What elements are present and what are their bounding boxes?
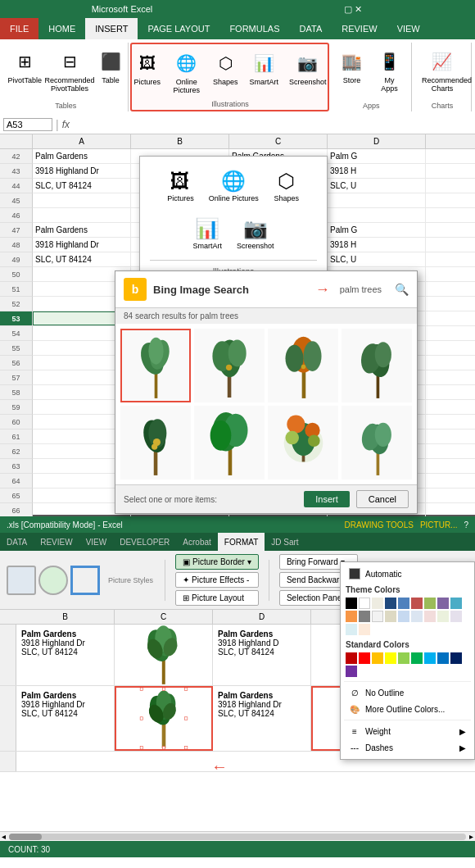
color-swatch-orange[interactable]	[346, 611, 357, 622]
cell-a45[interactable]	[33, 193, 131, 207]
picture-style-2[interactable]	[38, 566, 68, 595]
color-swatch-tan[interactable]	[385, 611, 396, 622]
color-swatch-cream[interactable]	[372, 598, 383, 609]
bing-image-8[interactable]	[342, 406, 412, 479]
tab-home[interactable]: HOME	[38, 18, 85, 39]
bing-search-button[interactable]: 🔍	[395, 283, 409, 296]
std-color-purple[interactable]	[346, 666, 357, 677]
cell-a46[interactable]	[33, 208, 131, 222]
bottom-cell-c1-with-image[interactable]	[115, 625, 213, 685]
tab-review[interactable]: REVIEW	[332, 18, 387, 39]
tab-data[interactable]: DATA	[290, 18, 332, 39]
cell-a49[interactable]: SLC, UT 84124	[33, 252, 131, 266]
weight-item[interactable]: ≡ Weight ▶	[344, 723, 471, 739]
bottom-tab-review[interactable]: REVIEW	[34, 533, 79, 551]
shapes-button[interactable]: ⬡ Shapes	[209, 48, 242, 89]
recommended-charts-button[interactable]: 📈 Recommended Charts	[418, 46, 467, 95]
bing-image-5[interactable]	[120, 406, 191, 479]
bing-insert-button[interactable]: Insert	[304, 491, 350, 507]
color-swatch-green[interactable]	[424, 598, 436, 609]
pivot-table-button[interactable]: ⊞ PivotTable	[3, 46, 46, 87]
std-color-dark-blue[interactable]	[450, 652, 462, 664]
color-swatch-lavender[interactable]	[450, 611, 462, 622]
bottom-cell-b2[interactable]: Palm Gardens 3918 Highland Dr SLC, UT 84…	[16, 686, 115, 751]
color-swatch-teal[interactable]	[450, 598, 462, 609]
bottom-tab-developer[interactable]: DEVELOPER	[113, 533, 176, 551]
color-swatch-blue[interactable]	[398, 598, 409, 609]
no-outline-item[interactable]: ∅ No Outline	[344, 684, 471, 701]
cell-a47[interactable]: Palm Gardens	[33, 223, 131, 237]
color-swatch-light-blue-1[interactable]	[398, 611, 409, 622]
automatic-color-item[interactable]: Automatic	[344, 566, 471, 582]
color-swatch-light-teal[interactable]	[346, 624, 357, 635]
cell-d42[interactable]: Palm G	[328, 149, 426, 163]
my-apps-button[interactable]: 📱 My Apps	[372, 46, 407, 95]
formula-input[interactable]	[73, 120, 472, 130]
tab-insert[interactable]: INSERT	[85, 18, 138, 39]
bing-image-7[interactable]	[268, 406, 338, 479]
cell-a43[interactable]: 3918 Highland Dr	[33, 164, 131, 178]
color-swatch-light-blue-2[interactable]	[411, 611, 423, 622]
panel-online-pictures-button[interactable]: 🌐 Online Pictures	[206, 166, 262, 206]
cell-d48[interactable]: 3918 H	[328, 238, 426, 252]
tab-page-layout[interactable]: PAGE LAYOUT	[138, 18, 219, 39]
pictures-button[interactable]: 🖼 Pictures	[130, 48, 165, 89]
recommended-pivot-button[interactable]: ⊟ Recommended PivotTables	[49, 46, 90, 95]
help-button[interactable]: ?	[464, 520, 468, 529]
std-color-orange[interactable]	[372, 652, 383, 664]
color-swatch-dark-blue[interactable]	[385, 598, 396, 609]
cell-d47[interactable]: Palm G	[328, 223, 426, 237]
tab-formulas[interactable]: FORMULAS	[219, 18, 289, 39]
picture-layout-button[interactable]: ⊞ Picture Layout	[175, 590, 259, 606]
panel-screenshot-button[interactable]: 📷 Screenshot	[233, 214, 278, 253]
std-color-blue[interactable]	[437, 652, 449, 664]
color-swatch-black[interactable]	[346, 598, 357, 609]
cell-d43[interactable]: 3918 H	[328, 164, 426, 178]
picture-border-button[interactable]: ▣ Picture Border ▾	[175, 554, 259, 570]
picture-effects-button[interactable]: ✦ Picture Effects -	[175, 572, 259, 588]
bottom-cell-c2-selected-image[interactable]	[115, 686, 213, 751]
horizontal-scrollbar[interactable]: ◂ ▸	[0, 831, 475, 841]
bottom-cell-b1[interactable]: Palm Gardens 3918 Highland Dr SLC, UT 84…	[16, 625, 115, 685]
bottom-tab-view[interactable]: VIEW	[79, 533, 114, 551]
scroll-right-btn[interactable]: ▸	[469, 832, 473, 841]
cell-d45[interactable]	[328, 193, 426, 207]
color-swatch-white[interactable]	[359, 598, 370, 609]
dashes-item[interactable]: --- Dashes ▶	[344, 739, 471, 756]
color-swatch-light-green[interactable]	[437, 611, 449, 622]
cell-a44[interactable]: SLC, UT 84124	[33, 179, 131, 193]
name-box[interactable]	[3, 118, 52, 131]
cell-d44[interactable]: SLC, U	[328, 179, 426, 193]
scroll-track[interactable]	[9, 834, 466, 840]
bottom-cell-d2[interactable]: Palm Gardens 3918 Highland Dr SLC, UT 84…	[213, 686, 311, 751]
bottom-cell-d1[interactable]: Palm Gardens 3918 Highland D SLC, UT 841…	[213, 625, 311, 685]
bing-image-2[interactable]	[194, 329, 265, 402]
bottom-tab-data[interactable]: DATA	[0, 533, 34, 551]
picture-style-1[interactable]	[7, 566, 36, 595]
tab-view[interactable]: VIEW	[387, 18, 430, 39]
bottom-tab-acrobat[interactable]: Acrobat	[176, 533, 217, 551]
std-color-red[interactable]	[359, 652, 370, 664]
screenshot-button[interactable]: 📷 Screenshot	[286, 48, 330, 89]
bottom-tab-format[interactable]: FORMAT	[218, 533, 265, 551]
cell-a48[interactable]: 3918 Highland Dr	[33, 238, 131, 252]
table-button[interactable]: ⬛ Table	[93, 46, 128, 87]
scroll-thumb[interactable]	[9, 834, 42, 840]
online-pictures-button[interactable]: 🌐 Online Pictures	[168, 48, 206, 97]
std-color-dark-red[interactable]	[346, 652, 357, 664]
bing-image-6[interactable]	[194, 406, 265, 479]
color-swatch-light-gray[interactable]	[372, 611, 383, 622]
store-button[interactable]: 🏬 Store	[335, 46, 369, 87]
bing-image-4[interactable]	[342, 329, 412, 402]
bottom-tab-jd[interactable]: JD Sart	[265, 533, 305, 551]
cell-d49[interactable]: SLC, U	[328, 252, 426, 266]
std-color-lime[interactable]	[398, 652, 409, 664]
color-swatch-light-red[interactable]	[424, 611, 436, 622]
bing-image-3[interactable]	[268, 329, 338, 402]
bing-cancel-button[interactable]: Cancel	[356, 490, 409, 508]
std-color-sky-blue[interactable]	[424, 652, 436, 664]
bing-image-1[interactable]	[120, 329, 191, 402]
scroll-left-btn[interactable]: ◂	[2, 832, 6, 841]
panel-shapes-button[interactable]: ⬡ Shapes	[270, 166, 303, 206]
more-colors-item[interactable]: 🎨 More Outline Colors...	[344, 701, 471, 717]
